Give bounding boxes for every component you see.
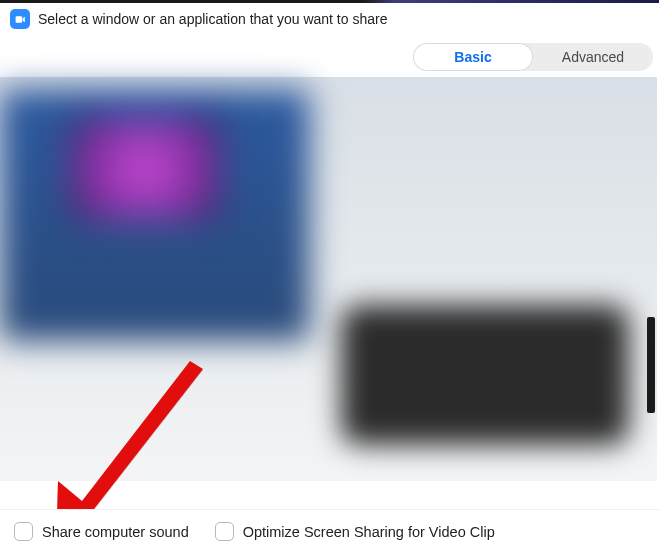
dialog-title: Select a window or an application that y… <box>38 11 387 27</box>
share-sound-label: Share computer sound <box>42 524 189 540</box>
dialog-header: Select a window or an application that y… <box>0 3 659 33</box>
optimize-video-clip-checkbox[interactable]: Optimize Screen Sharing for Video Clip <box>215 522 495 541</box>
tabs-container: Basic Advanced <box>0 33 659 77</box>
share-mode-tabs: Basic Advanced <box>413 43 653 71</box>
blurred-dark-thumbnail <box>341 305 629 445</box>
checkbox-box <box>215 522 234 541</box>
tab-advanced[interactable]: Advanced <box>533 43 653 71</box>
checkbox-box <box>14 522 33 541</box>
share-computer-sound-checkbox[interactable]: Share computer sound <box>14 522 189 541</box>
footer-options: Share computer sound Optimize Screen Sha… <box>0 509 659 555</box>
edge-marker <box>647 317 655 413</box>
blurred-content-thumbnail <box>70 119 220 219</box>
zoom-app-icon <box>10 9 30 29</box>
tab-basic[interactable]: Basic <box>413 43 533 71</box>
optimize-label: Optimize Screen Sharing for Video Clip <box>243 524 495 540</box>
share-preview-area[interactable] <box>0 77 657 481</box>
